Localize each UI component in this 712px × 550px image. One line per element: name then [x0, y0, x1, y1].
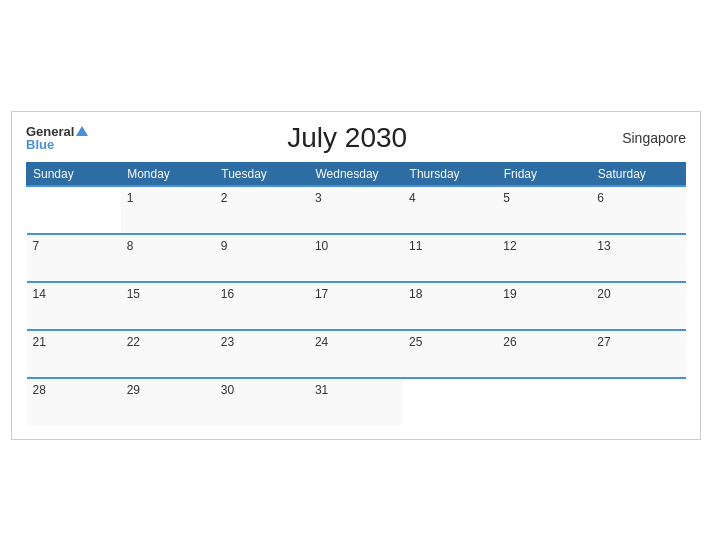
day-cell — [403, 378, 497, 425]
day-cell: 14 — [27, 282, 121, 330]
calendar-container: General Blue July 2030 Singapore SundayM… — [11, 111, 701, 440]
day-number: 11 — [409, 239, 422, 253]
day-cell: 13 — [591, 234, 685, 282]
day-cell: 21 — [27, 330, 121, 378]
day-cell: 25 — [403, 330, 497, 378]
day-cell — [27, 186, 121, 234]
day-cell: 29 — [121, 378, 215, 425]
day-cell: 5 — [497, 186, 591, 234]
day-cell: 2 — [215, 186, 309, 234]
day-cell: 11 — [403, 234, 497, 282]
day-cell: 16 — [215, 282, 309, 330]
week-row-0: 123456 — [27, 186, 686, 234]
week-row-4: 28293031 — [27, 378, 686, 425]
calendar-location: Singapore — [606, 130, 686, 146]
day-cell: 15 — [121, 282, 215, 330]
day-cell — [591, 378, 685, 425]
day-cell: 27 — [591, 330, 685, 378]
day-header-wednesday: Wednesday — [309, 162, 403, 186]
day-number: 13 — [597, 239, 610, 253]
day-cell: 3 — [309, 186, 403, 234]
day-cell: 17 — [309, 282, 403, 330]
day-number: 4 — [409, 191, 416, 205]
day-cell: 6 — [591, 186, 685, 234]
day-cell: 19 — [497, 282, 591, 330]
calendar-grid: SundayMondayTuesdayWednesdayThursdayFrid… — [26, 162, 686, 425]
days-header-row: SundayMondayTuesdayWednesdayThursdayFrid… — [27, 162, 686, 186]
day-cell: 4 — [403, 186, 497, 234]
day-number: 1 — [127, 191, 134, 205]
day-number: 9 — [221, 239, 228, 253]
day-number: 23 — [221, 335, 234, 349]
day-number: 25 — [409, 335, 422, 349]
day-header-tuesday: Tuesday — [215, 162, 309, 186]
logo-general: General — [26, 125, 88, 138]
day-cell: 18 — [403, 282, 497, 330]
day-number: 2 — [221, 191, 228, 205]
day-number: 20 — [597, 287, 610, 301]
day-header-thursday: Thursday — [403, 162, 497, 186]
logo: General Blue — [26, 125, 88, 151]
day-number: 10 — [315, 239, 328, 253]
day-header-saturday: Saturday — [591, 162, 685, 186]
day-number: 21 — [33, 335, 46, 349]
day-number: 29 — [127, 383, 140, 397]
week-row-3: 21222324252627 — [27, 330, 686, 378]
day-cell: 22 — [121, 330, 215, 378]
day-number: 12 — [503, 239, 516, 253]
day-cell: 1 — [121, 186, 215, 234]
day-header-friday: Friday — [497, 162, 591, 186]
day-number: 24 — [315, 335, 328, 349]
day-number: 26 — [503, 335, 516, 349]
day-number: 15 — [127, 287, 140, 301]
day-number: 27 — [597, 335, 610, 349]
day-number: 30 — [221, 383, 234, 397]
logo-blue: Blue — [26, 138, 88, 151]
day-number: 22 — [127, 335, 140, 349]
day-number: 5 — [503, 191, 510, 205]
day-header-monday: Monday — [121, 162, 215, 186]
day-cell: 9 — [215, 234, 309, 282]
day-cell — [497, 378, 591, 425]
week-row-1: 78910111213 — [27, 234, 686, 282]
day-number: 18 — [409, 287, 422, 301]
day-cell: 7 — [27, 234, 121, 282]
day-number: 17 — [315, 287, 328, 301]
day-cell: 28 — [27, 378, 121, 425]
week-row-2: 14151617181920 — [27, 282, 686, 330]
day-cell: 8 — [121, 234, 215, 282]
day-number: 16 — [221, 287, 234, 301]
calendar-title: July 2030 — [88, 122, 606, 154]
day-cell: 30 — [215, 378, 309, 425]
day-number: 3 — [315, 191, 322, 205]
day-cell: 23 — [215, 330, 309, 378]
day-number: 8 — [127, 239, 134, 253]
day-number: 7 — [33, 239, 40, 253]
calendar-header: General Blue July 2030 Singapore — [26, 122, 686, 154]
day-cell: 20 — [591, 282, 685, 330]
day-cell: 26 — [497, 330, 591, 378]
logo-arrow-icon — [76, 126, 88, 136]
day-number: 28 — [33, 383, 46, 397]
day-cell: 10 — [309, 234, 403, 282]
day-cell: 31 — [309, 378, 403, 425]
day-number: 14 — [33, 287, 46, 301]
day-number: 31 — [315, 383, 328, 397]
day-cell: 24 — [309, 330, 403, 378]
day-number: 19 — [503, 287, 516, 301]
day-header-sunday: Sunday — [27, 162, 121, 186]
day-number: 6 — [597, 191, 604, 205]
day-cell: 12 — [497, 234, 591, 282]
